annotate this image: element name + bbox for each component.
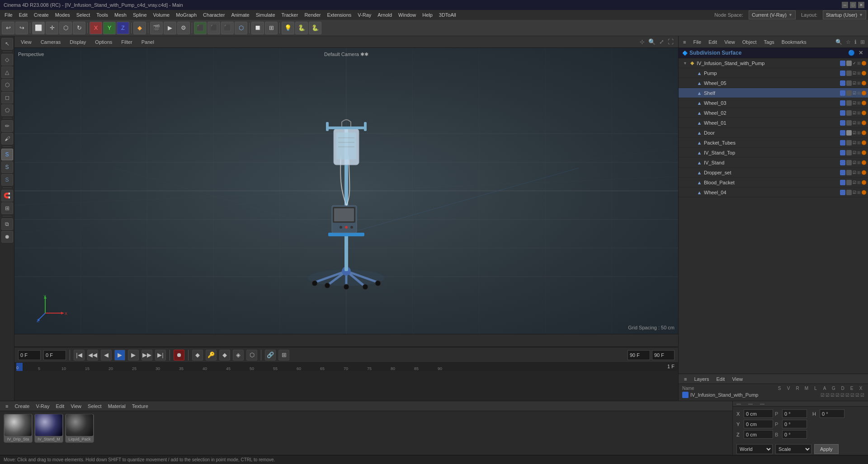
- mat-texture[interactable]: Texture: [130, 403, 150, 409]
- tree-row-wheel01[interactable]: ▲ Wheel_01 ☑ ⊞: [679, 118, 868, 128]
- layers-edit-btn[interactable]: Edit: [714, 376, 726, 382]
- vp-icon-move[interactable]: ⊹: [639, 37, 646, 46]
- node-space-dropdown[interactable]: Current (V-Ray) ▼: [749, 10, 796, 19]
- tool-s3[interactable]: S: [1, 174, 13, 186]
- mat-vray[interactable]: V-Ray: [34, 403, 51, 409]
- render-btn[interactable]: ▶: [164, 22, 176, 34]
- tool-s1[interactable]: S: [1, 149, 13, 160]
- render-settings-btn[interactable]: ⚙: [177, 22, 190, 34]
- layers-hamburger[interactable]: ≡: [682, 376, 689, 382]
- tree-row-door[interactable]: ▲ Door ☑ ⊞: [679, 128, 868, 138]
- view-side-btn[interactable]: ⬛: [221, 22, 234, 34]
- start-frame-input2[interactable]: [43, 350, 66, 360]
- python-btn[interactable]: 🐍: [295, 22, 308, 34]
- tool-paint[interactable]: 🖌: [1, 133, 13, 145]
- mat-hamburger[interactable]: ≡: [4, 403, 10, 409]
- rp-hamburger[interactable]: ≡: [680, 38, 689, 46]
- view-persp-btn[interactable]: ⬡: [235, 22, 247, 34]
- rotate-btn[interactable]: ↻: [73, 22, 85, 34]
- undo-btn[interactable]: ↩: [2, 22, 14, 34]
- tree-row-iv-stand[interactable]: ▲ IV_Stand ☑ ⊞: [679, 158, 868, 168]
- tree-expand-arrow[interactable]: ▼: [683, 61, 688, 66]
- tool-record[interactable]: ⏺: [1, 231, 13, 243]
- menu-extensions[interactable]: Extensions: [324, 11, 354, 19]
- vp-menu-panel[interactable]: Panel: [139, 38, 157, 46]
- menu-spline[interactable]: Spline: [130, 11, 150, 19]
- menu-edit[interactable]: Edit: [16, 11, 30, 19]
- coord-b-input[interactable]: [782, 430, 807, 439]
- mat-select[interactable]: Select: [86, 403, 104, 409]
- menu-tools[interactable]: Tools: [94, 11, 111, 19]
- coord-x-input[interactable]: [744, 409, 773, 418]
- tree-row-pump[interactable]: ▲ Pump ☑ ⊞: [679, 68, 868, 78]
- rp-search-icon[interactable]: 🔍: [834, 38, 844, 46]
- menu-mesh[interactable]: Mesh: [112, 11, 129, 19]
- rp-bookmarks[interactable]: Bookmarks: [779, 38, 809, 46]
- goto-end-btn[interactable]: ▶|: [155, 350, 166, 361]
- tree-row-packet-tubes[interactable]: ▲ Packet_Tubes ☑ ⊞: [679, 138, 868, 148]
- end-frame-input2[interactable]: [652, 350, 675, 360]
- tool-s2[interactable]: S: [1, 161, 13, 173]
- menu-tracker[interactable]: Tracker: [279, 11, 301, 19]
- mat-thumb-3[interactable]: Liquid_Pack: [65, 414, 94, 443]
- menu-mograph[interactable]: MoGraph: [173, 11, 199, 19]
- coord-y-input[interactable]: [744, 420, 773, 428]
- vp-icon-zoom[interactable]: 🔍: [647, 37, 656, 46]
- snap-btn[interactable]: 🔲: [251, 22, 264, 34]
- render-view-btn[interactable]: 🎬: [150, 22, 163, 34]
- y-axis-btn[interactable]: Y: [103, 22, 116, 34]
- vp-menu-display[interactable]: Display: [67, 38, 89, 46]
- mat-edit[interactable]: Edit: [54, 403, 66, 409]
- plugin-btn[interactable]: 🐍: [309, 22, 321, 34]
- mat-view[interactable]: View: [69, 403, 83, 409]
- tool-pointer[interactable]: ↖: [1, 38, 13, 50]
- menu-window[interactable]: Window: [396, 11, 419, 19]
- tree-row-shelf[interactable]: ▲ Shelf ☑ ⊞: [679, 88, 868, 98]
- menu-character[interactable]: Character: [200, 11, 227, 19]
- menu-select[interactable]: Select: [74, 11, 93, 19]
- tool-shape5[interactable]: ⬠: [1, 104, 13, 116]
- mat-thumb-1[interactable]: IV_Drip_Sta: [4, 414, 33, 443]
- prev-key-btn[interactable]: ◀: [101, 350, 112, 361]
- view-front-btn[interactable]: ⬛: [208, 22, 220, 34]
- record-btn[interactable]: ⏺: [174, 350, 184, 361]
- menu-render[interactable]: Render: [302, 11, 323, 19]
- tool-shape4[interactable]: ◻: [1, 92, 13, 103]
- menu-3dtoall[interactable]: 3DToAll: [436, 11, 459, 19]
- prev-frame-btn[interactable]: ◀◀: [87, 350, 98, 361]
- start-frame-input[interactable]: [18, 350, 41, 360]
- vp-menu-filter[interactable]: Filter: [118, 38, 135, 46]
- tree-row-wheel03[interactable]: ▲ Wheel_03 ☑ ⊞: [679, 98, 868, 108]
- tree-row-wheel04[interactable]: ▲ Wheel_04 ☑ ⊞: [679, 187, 868, 197]
- grid-btn[interactable]: ⊞: [265, 22, 278, 34]
- rp-file[interactable]: File: [690, 38, 704, 46]
- x-axis-btn[interactable]: X: [90, 22, 102, 34]
- vp-icon-fullscreen[interactable]: ⛶: [667, 37, 675, 46]
- tool-pen[interactable]: ✏: [1, 120, 13, 132]
- mat-thumb-2[interactable]: IV_Stand_M: [34, 414, 63, 443]
- tree-row-iv-stand-top[interactable]: ▲ IV_Stand_Top ☑ ⊞: [679, 148, 868, 158]
- menu-simulate[interactable]: Simulate: [253, 11, 278, 19]
- tool-shape1[interactable]: ◇: [1, 54, 13, 66]
- vp-menu-cameras[interactable]: Cameras: [38, 38, 64, 46]
- mat-create[interactable]: Create: [13, 403, 31, 409]
- layers-btn[interactable]: Layers: [692, 376, 711, 382]
- tree-row-dropper-set[interactable]: ▲ Dropper_set ☑ ⊞: [679, 168, 868, 178]
- next-frame-btn[interactable]: ▶▶: [142, 350, 152, 361]
- coord-p-input2[interactable]: [782, 420, 807, 428]
- keyframe2-btn[interactable]: ◆: [219, 350, 230, 361]
- tree-row-iv-infusion[interactable]: ▼ ◆ IV_Infusion_Stand_with_Pump ✓ ⊞: [679, 58, 868, 68]
- select-rect-btn[interactable]: ⬜: [32, 22, 45, 34]
- play-btn[interactable]: ▶: [114, 350, 125, 361]
- close-btn[interactable]: ✕: [858, 2, 864, 8]
- move-btn[interactable]: ✛: [46, 22, 58, 34]
- tool-magnet[interactable]: 🧲: [1, 190, 13, 202]
- object-btn[interactable]: ◆: [133, 22, 146, 34]
- coord-h-input[interactable]: [820, 409, 844, 418]
- rp-info-icon[interactable]: ℹ: [853, 38, 858, 46]
- autokey-btn[interactable]: 🔑: [206, 350, 217, 361]
- menu-file[interactable]: File: [2, 11, 15, 19]
- coord-mode-select[interactable]: Scale: [775, 444, 811, 454]
- next-key-btn[interactable]: ▶: [128, 350, 139, 361]
- scale-btn[interactable]: ⬡: [59, 22, 72, 34]
